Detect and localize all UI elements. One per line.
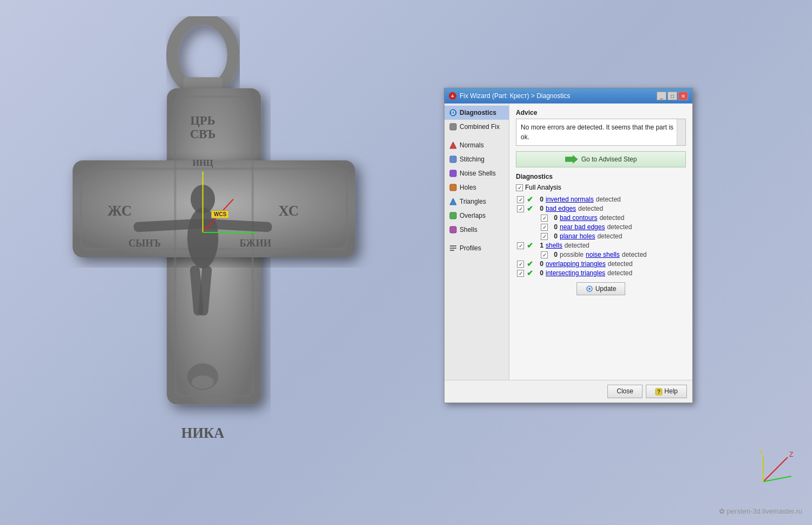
count-possible-noise-shells: 0 <box>550 251 558 258</box>
link-inverted-normals[interactable]: inverted normals <box>546 196 594 203</box>
text-overlapping-triangles: detected <box>608 260 633 268</box>
close-label: Close <box>617 387 633 395</box>
svg-text:Z: Z <box>789 451 793 458</box>
check-icon-overlapping-triangles: ✔ <box>526 260 534 268</box>
viewport: ЦРЬ СВЪ ЖС ХС ИНЦ БЖИИ СЫНЪ НИКА WCS Z Y <box>0 0 812 525</box>
text-bad-edges: detected <box>578 205 603 212</box>
sidebar-item-triangles[interactable]: Triangles <box>444 195 509 209</box>
svg-text:ХС: ХС <box>279 203 299 219</box>
svg-text:НИКА: НИКА <box>181 425 225 441</box>
update-button[interactable]: Update <box>577 282 626 295</box>
diag-row-planar-holes: 0 planar holes detected <box>516 232 686 240</box>
checkbox-possible-noise-shells[interactable] <box>541 251 548 258</box>
svg-text:ИНЦ: ИНЦ <box>193 158 213 168</box>
dialog-title: Fix Wizard (Part: Крест) > Diagnostics <box>460 92 570 100</box>
link-bad-contours[interactable]: bad contours <box>560 214 597 222</box>
help-label: Help <box>664 387 678 395</box>
help-icon: ? <box>655 388 663 396</box>
count-shells: 1 <box>536 242 543 249</box>
svg-rect-39 <box>450 226 456 233</box>
text-planar-holes: detected <box>597 232 622 240</box>
minimize-button[interactable]: _ <box>657 92 666 100</box>
close-button[interactable]: ✕ <box>678 92 688 100</box>
checkbox-overlapping-triangles[interactable] <box>517 261 524 268</box>
full-analysis-checkbox[interactable] <box>516 184 523 191</box>
sidebar-label-stitching: Stitching <box>460 155 484 163</box>
sidebar-label-combined-fix: Combined Fix <box>460 123 500 131</box>
sidebar-item-noise-shells[interactable]: Noise Shells <box>444 166 509 180</box>
count-planar-holes: 0 <box>550 232 558 240</box>
dialog-title-left: + Fix Wizard (Part: Крест) > Diagnostics <box>449 92 570 100</box>
sidebar-item-stitching[interactable]: Stitching <box>444 152 509 166</box>
coordinate-axes: Z Y <box>752 449 796 492</box>
count-inverted-normals: 0 <box>536 196 543 203</box>
svg-text:БЖИИ: БЖИИ <box>240 238 272 249</box>
update-icon <box>586 285 593 293</box>
svg-rect-41 <box>450 248 456 249</box>
svg-marker-37 <box>450 198 456 205</box>
count-bad-contours: 0 <box>550 214 558 222</box>
dialog-footer: Close ? Help <box>444 380 692 403</box>
count-intersecting-triangles: 0 <box>536 269 543 277</box>
triangles-icon <box>449 197 457 206</box>
sidebar-item-combined-fix[interactable]: Combined Fix <box>444 120 509 134</box>
maximize-button[interactable]: □ <box>667 92 677 100</box>
check-icon-bad-edges: ✔ <box>526 205 534 212</box>
sidebar-item-shells[interactable]: Shells <box>444 223 509 237</box>
svg-rect-38 <box>450 212 456 219</box>
sidebar-label-holes: Holes <box>460 184 476 191</box>
check-icon-intersecting-triangles: ✔ <box>526 269 534 277</box>
go-advised-step-button[interactable]: Go to Advised Step <box>516 151 686 167</box>
close-footer-button[interactable]: Close <box>607 385 643 398</box>
sidebar-label-normals: Normals <box>460 141 484 149</box>
checkbox-shells[interactable] <box>517 242 524 249</box>
text-shells: detected <box>565 242 590 249</box>
text-possible-detected: detected <box>622 251 647 258</box>
diag-row-shells: ✔ 1 shells detected <box>516 242 686 249</box>
link-overlapping-triangles[interactable]: overlapping triangles <box>546 260 606 268</box>
link-shells[interactable]: shells <box>546 242 562 249</box>
svg-point-44 <box>588 288 591 290</box>
svg-text:D: D <box>451 110 455 116</box>
overlaps-icon <box>449 211 457 220</box>
main-content: Advice No more errors are detected. It s… <box>509 103 692 380</box>
full-analysis-label: Full Analysis <box>525 184 561 191</box>
text-near-bad-edges: detected <box>607 223 632 231</box>
sidebar-label-overlaps: Overlaps <box>460 212 486 219</box>
cross-model: ЦРЬ СВЪ ЖС ХС ИНЦ БЖИИ СЫНЪ НИКА <box>16 16 406 493</box>
sidebar-item-diagnostics[interactable]: D Diagnostics <box>444 106 509 120</box>
sidebar-item-normals[interactable]: Normals <box>444 138 509 152</box>
checkbox-bad-edges[interactable] <box>517 205 524 212</box>
svg-rect-34 <box>450 156 456 163</box>
noise-shells-icon <box>449 169 457 178</box>
sidebar-item-holes[interactable]: Holes <box>444 180 509 195</box>
link-planar-holes[interactable]: planar holes <box>560 232 595 240</box>
link-noise-shells[interactable]: noise shells <box>586 251 620 258</box>
checkbox-intersecting-triangles[interactable] <box>517 270 524 277</box>
sidebar-label-shells: Shells <box>460 226 477 234</box>
diagnostics-icon: D <box>449 108 457 117</box>
shells-icon <box>449 225 457 234</box>
link-intersecting-triangles[interactable]: intersecting triangles <box>546 269 605 277</box>
svg-text:?: ? <box>657 389 660 395</box>
checkbox-inverted-normals[interactable] <box>517 196 524 203</box>
svg-point-13 <box>192 375 214 389</box>
help-footer-button[interactable]: ? Help <box>646 385 687 398</box>
svg-rect-32 <box>450 124 456 130</box>
svg-text:СЫНЪ: СЫНЪ <box>128 238 161 249</box>
sidebar-item-profiles[interactable]: Profiles <box>444 241 509 255</box>
svg-rect-42 <box>450 250 454 251</box>
sidebar-item-overlaps[interactable]: Overlaps <box>444 209 509 223</box>
checkbox-planar-holes[interactable] <box>541 233 548 240</box>
diagnostics-section: Diagnostics Full Analysis ✔ 0 inverted n… <box>516 173 686 295</box>
dialog-controls[interactable]: _ □ ✕ <box>657 92 688 100</box>
advice-scrollbar[interactable] <box>677 119 685 145</box>
fix-wizard-icon: + <box>449 92 456 100</box>
checkbox-near-bad-edges[interactable] <box>541 224 548 231</box>
link-near-bad-edges[interactable]: near bad edges <box>560 223 605 231</box>
diag-row-intersecting-triangles: ✔ 0 intersecting triangles detected <box>516 269 686 277</box>
diag-row-bad-edges: ✔ 0 bad edges detected <box>516 205 686 212</box>
svg-text:Y: Y <box>759 449 763 456</box>
link-bad-edges[interactable]: bad edges <box>546 205 576 212</box>
checkbox-bad-contours[interactable] <box>541 215 548 222</box>
